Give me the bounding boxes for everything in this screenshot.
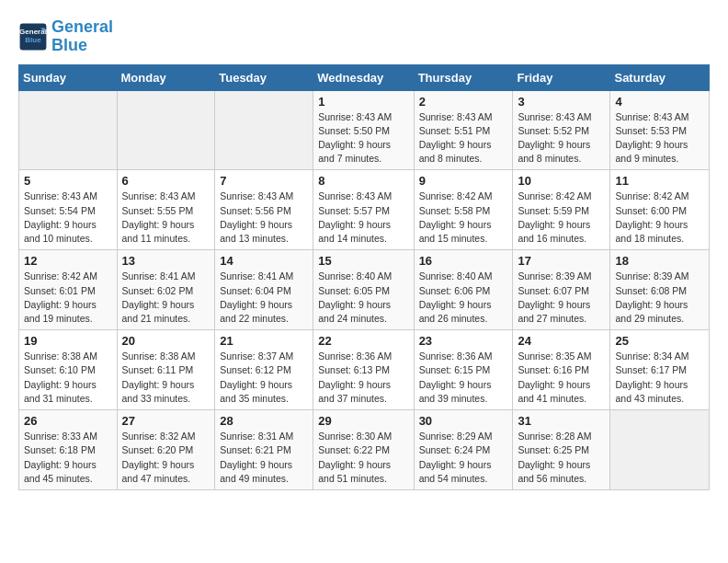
calendar-cell: 17Sunrise: 8:39 AMSunset: 6:07 PMDayligh… [513,250,610,330]
day-info: Sunrise: 8:43 AMSunset: 5:50 PMDaylight:… [318,110,408,167]
day-number: 26 [24,414,112,428]
calendar-cell: 19Sunrise: 8:38 AMSunset: 6:10 PMDayligh… [19,330,118,410]
page-header: General Blue GeneralBlue [18,18,710,55]
calendar-cell: 27Sunrise: 8:32 AMSunset: 6:20 PMDayligh… [117,410,215,490]
day-info: Sunrise: 8:42 AMSunset: 6:01 PMDaylight:… [24,270,112,326]
calendar-cell: 1Sunrise: 8:43 AMSunset: 5:50 PMDaylight… [313,90,414,170]
calendar-cell [117,90,215,170]
day-number: 3 [518,95,605,109]
day-info: Sunrise: 8:43 AMSunset: 5:52 PMDaylight:… [518,110,605,167]
day-info: Sunrise: 8:43 AMSunset: 5:53 PMDaylight:… [615,110,704,167]
logo-icon: General Blue [18,22,48,52]
calendar-cell: 10Sunrise: 8:42 AMSunset: 5:59 PMDayligh… [513,170,610,250]
day-info: Sunrise: 8:41 AMSunset: 6:04 PMDaylight:… [220,270,308,326]
day-number: 17 [518,254,605,268]
day-number: 13 [122,254,210,268]
day-number: 20 [122,334,210,348]
day-info: Sunrise: 8:30 AMSunset: 6:22 PMDaylight:… [318,430,408,486]
day-info: Sunrise: 8:43 AMSunset: 5:55 PMDaylight:… [122,190,210,246]
calendar-cell: 21Sunrise: 8:37 AMSunset: 6:12 PMDayligh… [215,330,313,410]
day-info: Sunrise: 8:43 AMSunset: 5:54 PMDaylight:… [24,190,112,246]
day-number: 16 [419,254,508,268]
day-number: 5 [24,174,112,188]
day-number: 22 [318,334,408,348]
day-info: Sunrise: 8:32 AMSunset: 6:20 PMDaylight:… [122,430,210,486]
day-number: 31 [518,414,605,428]
day-number: 30 [419,414,508,428]
day-number: 11 [615,174,704,188]
day-info: Sunrise: 8:42 AMSunset: 6:00 PMDaylight:… [615,190,704,246]
day-info: Sunrise: 8:29 AMSunset: 6:24 PMDaylight:… [419,430,508,486]
day-info: Sunrise: 8:36 AMSunset: 6:13 PMDaylight:… [318,350,408,406]
day-info: Sunrise: 8:33 AMSunset: 6:18 PMDaylight:… [24,430,112,486]
calendar-cell: 22Sunrise: 8:36 AMSunset: 6:13 PMDayligh… [313,330,414,410]
day-info: Sunrise: 8:41 AMSunset: 6:02 PMDaylight:… [122,270,210,326]
weekday-header-saturday: Saturday [610,64,710,90]
calendar-cell: 16Sunrise: 8:40 AMSunset: 6:06 PMDayligh… [414,250,513,330]
calendar-table: SundayMondayTuesdayWednesdayThursdayFrid… [18,64,710,490]
day-number: 15 [318,254,408,268]
day-number: 18 [615,254,704,268]
weekday-header-tuesday: Tuesday [215,64,313,90]
calendar-cell: 6Sunrise: 8:43 AMSunset: 5:55 PMDaylight… [117,170,215,250]
day-info: Sunrise: 8:43 AMSunset: 5:51 PMDaylight:… [419,110,508,167]
day-number: 7 [220,174,308,188]
calendar-cell: 9Sunrise: 8:42 AMSunset: 5:58 PMDaylight… [414,170,513,250]
calendar-cell: 2Sunrise: 8:43 AMSunset: 5:51 PMDaylight… [414,90,513,170]
day-number: 29 [318,414,408,428]
calendar-cell [19,90,118,170]
day-info: Sunrise: 8:35 AMSunset: 6:16 PMDaylight:… [518,350,605,406]
day-number: 14 [220,254,308,268]
weekday-header-wednesday: Wednesday [313,64,414,90]
day-info: Sunrise: 8:43 AMSunset: 5:56 PMDaylight:… [220,190,308,246]
svg-text:Blue: Blue [25,36,41,44]
day-info: Sunrise: 8:36 AMSunset: 6:15 PMDaylight:… [419,350,508,406]
day-number: 25 [615,334,704,348]
day-info: Sunrise: 8:39 AMSunset: 6:07 PMDaylight:… [518,270,605,326]
day-number: 27 [122,414,210,428]
calendar-cell: 31Sunrise: 8:28 AMSunset: 6:25 PMDayligh… [513,410,610,490]
day-number: 12 [24,254,112,268]
calendar-cell: 13Sunrise: 8:41 AMSunset: 6:02 PMDayligh… [117,250,215,330]
calendar-cell: 20Sunrise: 8:38 AMSunset: 6:11 PMDayligh… [117,330,215,410]
weekday-header-monday: Monday [117,64,215,90]
calendar-cell: 7Sunrise: 8:43 AMSunset: 5:56 PMDaylight… [215,170,313,250]
calendar-cell [610,410,710,490]
calendar-cell: 23Sunrise: 8:36 AMSunset: 6:15 PMDayligh… [414,330,513,410]
day-number: 8 [318,174,408,188]
day-number: 19 [24,334,112,348]
day-number: 24 [518,334,605,348]
calendar-cell: 5Sunrise: 8:43 AMSunset: 5:54 PMDaylight… [19,170,118,250]
day-number: 23 [419,334,508,348]
calendar-cell: 12Sunrise: 8:42 AMSunset: 6:01 PMDayligh… [19,250,118,330]
day-info: Sunrise: 8:39 AMSunset: 6:08 PMDaylight:… [615,270,704,326]
calendar-cell: 4Sunrise: 8:43 AMSunset: 5:53 PMDaylight… [610,90,710,170]
day-number: 9 [419,174,508,188]
logo-text: GeneralBlue [51,18,113,55]
calendar-cell: 24Sunrise: 8:35 AMSunset: 6:16 PMDayligh… [513,330,610,410]
calendar-cell: 15Sunrise: 8:40 AMSunset: 6:05 PMDayligh… [313,250,414,330]
day-number: 1 [318,95,408,109]
day-info: Sunrise: 8:28 AMSunset: 6:25 PMDaylight:… [518,430,605,486]
day-info: Sunrise: 8:40 AMSunset: 6:05 PMDaylight:… [318,270,408,326]
weekday-header-thursday: Thursday [414,64,513,90]
day-number: 2 [419,95,508,109]
calendar-cell: 3Sunrise: 8:43 AMSunset: 5:52 PMDaylight… [513,90,610,170]
day-number: 4 [615,95,704,109]
day-info: Sunrise: 8:38 AMSunset: 6:10 PMDaylight:… [24,350,112,406]
day-info: Sunrise: 8:38 AMSunset: 6:11 PMDaylight:… [122,350,210,406]
logo: General Blue GeneralBlue [18,18,113,55]
calendar-cell: 29Sunrise: 8:30 AMSunset: 6:22 PMDayligh… [313,410,414,490]
calendar-cell: 8Sunrise: 8:43 AMSunset: 5:57 PMDaylight… [313,170,414,250]
calendar-cell: 14Sunrise: 8:41 AMSunset: 6:04 PMDayligh… [215,250,313,330]
day-info: Sunrise: 8:37 AMSunset: 6:12 PMDaylight:… [220,350,308,406]
day-number: 21 [220,334,308,348]
weekday-header-sunday: Sunday [19,64,118,90]
calendar-cell: 11Sunrise: 8:42 AMSunset: 6:00 PMDayligh… [610,170,710,250]
day-info: Sunrise: 8:34 AMSunset: 6:17 PMDaylight:… [615,350,704,406]
day-info: Sunrise: 8:31 AMSunset: 6:21 PMDaylight:… [220,430,308,486]
day-number: 10 [518,174,605,188]
day-number: 6 [122,174,210,188]
calendar-cell: 18Sunrise: 8:39 AMSunset: 6:08 PMDayligh… [610,250,710,330]
day-info: Sunrise: 8:42 AMSunset: 5:58 PMDaylight:… [419,190,508,246]
